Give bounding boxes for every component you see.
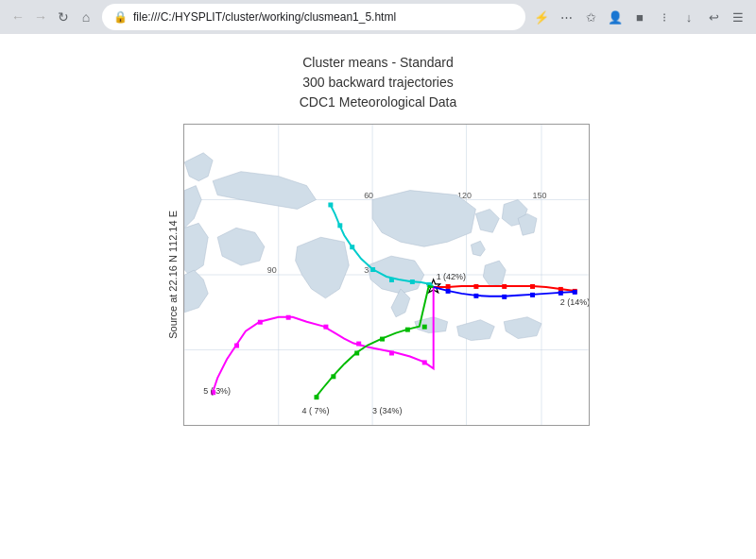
- svg-rect-21: [422, 360, 427, 364]
- svg-rect-24: [350, 245, 354, 249]
- title-line1: Cluster means - Standard: [300, 53, 457, 73]
- svg-text:150: 150: [533, 191, 547, 200]
- svg-rect-43: [502, 295, 507, 299]
- bookmark-button[interactable]: ✩: [580, 7, 601, 27]
- grid-button[interactable]: ⁝: [654, 7, 675, 27]
- svg-rect-44: [530, 293, 535, 297]
- svg-rect-26: [389, 278, 394, 282]
- address-bar[interactable]: 🔒 file:///C:/HYSPLIT/cluster/working/clu…: [102, 4, 525, 30]
- menu-button[interactable]: ☰: [728, 7, 748, 27]
- map-visualization: 60 30 90 120 150: [184, 125, 589, 425]
- svg-text:3 (34%): 3 (34%): [372, 406, 402, 415]
- svg-text:4 ( 7%): 4 ( 7%): [302, 406, 330, 415]
- chart-title: Cluster means - Standard 300 backward tr…: [300, 53, 457, 112]
- chart-container: Source at 22.16 N 112.14 E 60 30 90: [166, 124, 590, 426]
- extensions2-button[interactable]: ■: [629, 7, 650, 27]
- page-content: Cluster means - Standard 300 backward tr…: [0, 34, 756, 559]
- svg-rect-45: [558, 291, 563, 296]
- svg-rect-22: [329, 202, 334, 207]
- svg-rect-32: [380, 337, 385, 342]
- browser-actions: ⚡ ⋯ ✩ 👤 ■ ⁝ ↓ ↩ ☰: [531, 7, 748, 27]
- svg-rect-38: [530, 284, 535, 289]
- svg-rect-18: [324, 325, 329, 330]
- title-line2: 300 backward trajectories: [300, 73, 457, 93]
- more-button[interactable]: ⋯: [556, 7, 576, 27]
- reload-button[interactable]: ↻: [53, 7, 74, 27]
- svg-rect-34: [422, 325, 427, 330]
- forward-button[interactable]: →: [30, 7, 51, 27]
- svg-rect-46: [573, 290, 577, 295]
- map-wrapper: 60 30 90 120 150: [183, 124, 590, 426]
- svg-rect-30: [332, 374, 336, 379]
- svg-rect-31: [354, 350, 359, 355]
- svg-rect-23: [337, 223, 342, 228]
- svg-rect-41: [446, 289, 451, 294]
- y-axis-label: Source at 22.16 N 112.14 E: [166, 211, 180, 339]
- url-text: file:///C:/HYSPLIT/cluster/working/clusm…: [133, 10, 514, 24]
- svg-rect-35: [446, 284, 451, 289]
- svg-rect-16: [258, 320, 263, 325]
- svg-rect-20: [389, 350, 394, 355]
- svg-rect-25: [370, 267, 375, 272]
- home-button[interactable]: ⌂: [76, 7, 96, 27]
- svg-rect-42: [474, 294, 479, 298]
- svg-rect-37: [502, 284, 507, 289]
- title-line3: CDC1 Meteorological Data: [300, 93, 457, 112]
- svg-rect-29: [315, 395, 319, 399]
- svg-rect-17: [286, 315, 291, 320]
- svg-text:1 (42%): 1 (42%): [437, 272, 466, 281]
- download-button[interactable]: ↓: [679, 7, 699, 27]
- nav-buttons: ← → ↻ ⌂: [8, 7, 96, 27]
- svg-rect-36: [474, 284, 479, 289]
- extensions-button[interactable]: ⚡: [531, 7, 552, 27]
- svg-text:90: 90: [267, 265, 277, 275]
- browser-toolbar: ← → ↻ ⌂ 🔒 file:///C:/HYSPLIT/cluster/wor…: [0, 0, 756, 34]
- svg-rect-27: [410, 280, 415, 284]
- back-button[interactable]: ←: [8, 7, 28, 27]
- svg-text:60: 60: [364, 191, 373, 200]
- svg-text:2 (14%): 2 (14%): [560, 297, 589, 307]
- svg-rect-15: [234, 344, 239, 348]
- svg-text:5 ( 3%): 5 ( 3%): [203, 386, 231, 396]
- undo-button[interactable]: ↩: [703, 7, 724, 27]
- svg-rect-19: [356, 342, 361, 347]
- svg-rect-33: [405, 328, 410, 332]
- profile-button[interactable]: 👤: [605, 7, 626, 27]
- security-icon: 🔒: [113, 10, 128, 24]
